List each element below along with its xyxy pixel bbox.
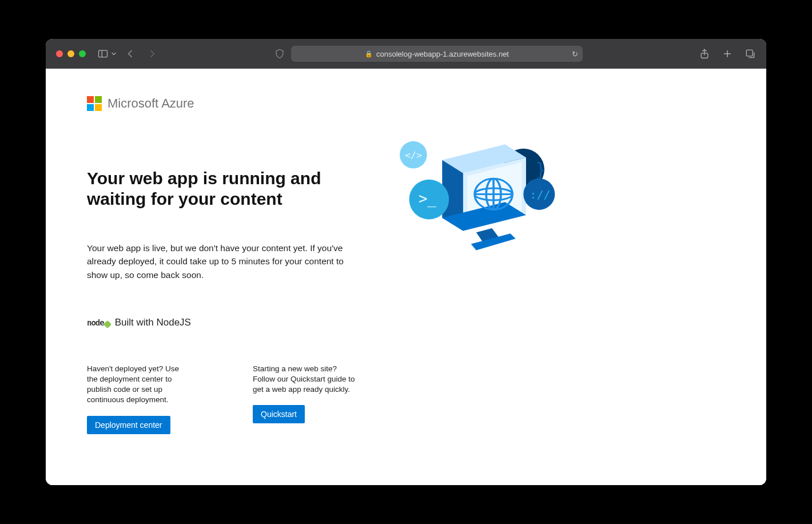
reload-button[interactable]: ↻ [572, 50, 578, 58]
quickstart-card: Starting a new web site? Follow our Quic… [253, 364, 356, 434]
browser-title-bar: 🔒 consolelog-webapp-1.azurewebsites.net … [46, 39, 766, 69]
forward-button[interactable] [146, 48, 158, 59]
lock-icon: 🔒 [365, 50, 373, 58]
new-tab-button[interactable] [722, 48, 733, 59]
back-button[interactable] [125, 48, 136, 59]
privacy-shield-icon[interactable] [274, 48, 285, 59]
nodejs-logo-text: node [87, 318, 104, 327]
built-with-row: node Built with NodeJS [87, 317, 725, 328]
hero-illustration: { } [384, 134, 579, 260]
fullscreen-window-button[interactable] [79, 50, 86, 57]
page-content: Microsoft Azure Your web app is running … [46, 69, 766, 485]
brand-name: Microsoft Azure [108, 96, 194, 111]
svg-rect-5 [746, 50, 753, 56]
close-window-button[interactable] [56, 50, 63, 57]
deployment-card: Haven't deployed yet? Use the deployment… [87, 364, 190, 434]
address-bar-url: consolelog-webapp-1.azurewebsites.net [376, 50, 509, 58]
quickstart-button[interactable]: Quickstart [253, 405, 305, 423]
sidebar-toggle-button[interactable] [97, 48, 117, 59]
chevron-down-icon [111, 48, 117, 59]
svg-text:>_: >_ [419, 190, 436, 208]
page-subheading: Your web app is live, but we don't have … [87, 241, 356, 281]
svg-text:://: :// [530, 188, 550, 201]
quickstart-card-text: Starting a new web site? Follow our Quic… [253, 364, 356, 395]
svg-rect-0 [99, 50, 108, 57]
safari-window: 🔒 consolelog-webapp-1.azurewebsites.net … [46, 39, 766, 485]
minimize-window-button[interactable] [67, 50, 74, 57]
share-button[interactable] [699, 48, 710, 59]
page-heading: Your web app is running and waiting for … [87, 168, 356, 209]
svg-text:</>: </> [405, 150, 422, 161]
address-bar[interactable]: 🔒 consolelog-webapp-1.azurewebsites.net … [291, 46, 583, 62]
nodejs-logo-icon: node [87, 318, 110, 327]
deployment-card-text: Haven't deployed yet? Use the deployment… [87, 364, 190, 406]
sidebar-icon [97, 48, 109, 59]
microsoft-logo-icon [87, 96, 102, 111]
tab-overview-button[interactable] [745, 48, 756, 59]
built-with-label: Built with NodeJS [115, 317, 191, 328]
brand-header: Microsoft Azure [87, 96, 725, 111]
traffic-lights [56, 50, 86, 57]
deployment-center-button[interactable]: Deployment center [87, 416, 170, 434]
